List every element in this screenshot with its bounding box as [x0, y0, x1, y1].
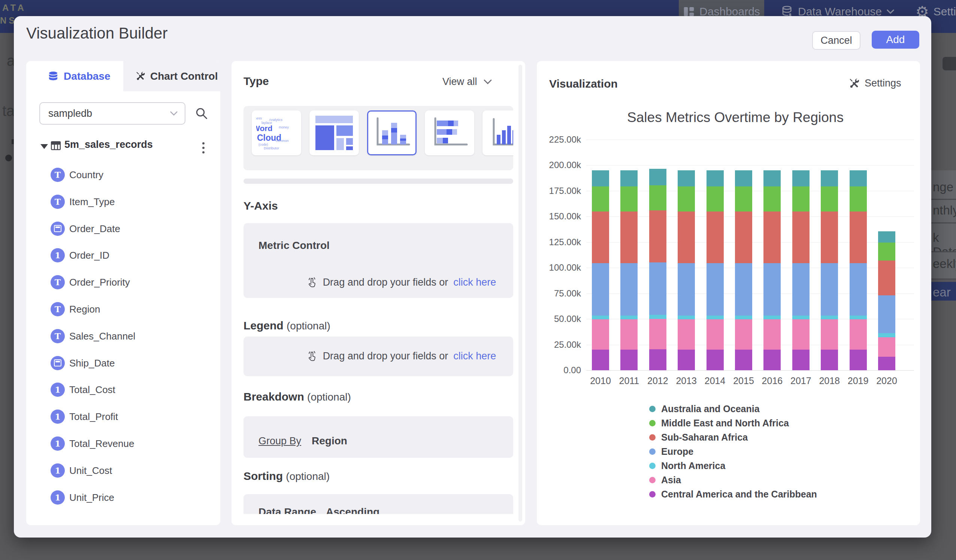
bar-segment [850, 319, 867, 350]
field-item-ship_date[interactable]: Ship_Date [26, 356, 220, 377]
click-here-link[interactable]: click here [453, 277, 496, 288]
x-axis-tick-label: 2017 [786, 375, 816, 386]
logo-line-1: ATA [2, 2, 47, 14]
view-all-button[interactable]: View all [442, 76, 492, 88]
kebab-menu-icon[interactable] [202, 140, 204, 156]
chart-type-wordcloud[interactable]: Word Cloud inessAnalyticslaylacemoney(co… [252, 110, 301, 155]
y-axis-tick-label: 0.00 [537, 365, 581, 375]
number-field-icon: 1 [50, 463, 65, 478]
bar-segment [878, 357, 895, 370]
bar-segment [735, 350, 752, 370]
number-field-icon: 1 [50, 409, 65, 424]
tab-chart-control[interactable]: Chart Control [123, 61, 220, 91]
search-icon[interactable] [195, 107, 208, 120]
chart-config-panel: Type View all Word Cloud inessAnalyticsl… [231, 61, 525, 525]
bar-segment [678, 319, 695, 350]
sorting-config[interactable]: Data Range Ascending [244, 494, 513, 514]
bar-segment [649, 169, 667, 185]
sorting-field: Data Range [258, 506, 316, 514]
legend-item: Europe [649, 446, 693, 457]
field-item-unit_cost[interactable]: 1Unit_Cost [26, 463, 220, 485]
x-axis-tick-label: 2018 [814, 375, 844, 386]
bar-segment [592, 263, 609, 315]
text-field-icon: T [50, 195, 65, 209]
caret-down-icon[interactable] [41, 144, 48, 149]
x-axis-tick-label: 2010 [585, 375, 615, 386]
field-item-region[interactable]: TRegion [26, 302, 220, 323]
x-axis-tick-label: 2020 [872, 375, 902, 386]
bar-segment [678, 350, 695, 370]
bar-segment [821, 187, 838, 212]
bg-row-text: eekly [933, 257, 956, 271]
chart-type-stacked-bar[interactable] [425, 110, 474, 155]
chart-type-stacked-column[interactable] [367, 110, 417, 155]
bar-segment [878, 231, 895, 243]
screen: al ta ngenthlyk Dateeeklyear ATA NSIDER … [0, 0, 956, 560]
text-field-icon: T [50, 275, 65, 289]
cancel-button[interactable]: Cancel [812, 31, 860, 50]
breakdown-config[interactable]: Group By Region [244, 416, 513, 458]
legend-label: Sub-Saharan Africa [661, 432, 748, 443]
viz-settings-button[interactable]: Settings [849, 77, 901, 89]
legend-item: Asia [649, 475, 681, 486]
field-item-sales_channel[interactable]: TSales_Channel [26, 329, 220, 350]
vertical-scrollbar[interactable] [519, 65, 522, 521]
field-item-total_revenue[interactable]: 1Total_Revenue [26, 436, 220, 457]
field-item-total_profit[interactable]: 1Total_Profit [26, 409, 220, 430]
field-label: Country [69, 169, 104, 181]
chevron-down-icon [886, 9, 895, 14]
gridline [586, 165, 914, 165]
field-item-item_type[interactable]: TItem_Type [26, 195, 220, 216]
field-item-total_cost[interactable]: 1Total_Cost [26, 383, 220, 403]
bar-segment [678, 212, 695, 263]
chart-type-strip: Word Cloud inessAnalyticslaylacemoney(co… [244, 106, 513, 170]
add-button[interactable]: Add [872, 31, 919, 49]
number-field-icon: 1 [50, 248, 65, 262]
bar-segment [649, 319, 667, 349]
bar-segment [850, 187, 867, 212]
x-axis-tick-label: 2011 [614, 375, 644, 386]
table-tree-node[interactable]: 5m_sales_records [26, 138, 220, 154]
click-here-link[interactable]: click here [453, 350, 496, 362]
field-item-unit_price[interactable]: 1Unit_Price [26, 490, 220, 511]
x-axis-tick-label: 2019 [843, 375, 873, 386]
legend-label: Australia and Oceania [661, 403, 760, 414]
bar-segment [592, 319, 609, 350]
bar-segment [620, 212, 638, 263]
text-field-icon: T [50, 329, 65, 343]
bar-segment [821, 350, 838, 370]
panel-footer [231, 514, 525, 525]
metric-control-dropzone[interactable]: Metric Control Drag and drop your fields… [244, 223, 513, 298]
tab-database-label: Database [64, 71, 110, 82]
field-item-country[interactable]: TCountry [26, 168, 220, 189]
field-label: Total_Profit [69, 411, 118, 423]
x-axis-tick-label: 2012 [643, 375, 673, 386]
bar-segment [620, 315, 638, 320]
horizontal-scrollbar[interactable] [244, 179, 513, 184]
sorting-header: Sorting (optional) [244, 470, 330, 483]
y-axis-tick-label: 175.00k [537, 186, 581, 196]
legend-dropzone[interactable]: Drag and drop your fields or click here [244, 337, 513, 376]
database-select[interactable]: sampledb [39, 102, 186, 125]
bg-left-text-fragment: ta [2, 103, 15, 119]
field-item-order_date[interactable]: Order_Date [26, 221, 220, 243]
bar-segment [735, 187, 752, 212]
chart-type-column[interactable] [483, 110, 513, 155]
bar-segment [620, 187, 638, 212]
bar-segment [620, 263, 638, 315]
field-item-order_priority[interactable]: TOrder_Priority [26, 275, 220, 296]
bar-segment [792, 187, 810, 212]
chart-type-treemap[interactable] [310, 110, 359, 155]
table-icon [50, 140, 61, 151]
bar-segment [649, 185, 667, 210]
bar-segment [706, 350, 724, 370]
field-item-order_id[interactable]: 1Order_ID [26, 248, 220, 269]
bar-segment [592, 350, 609, 370]
legend-dot [649, 434, 656, 441]
bar-segment [763, 263, 781, 315]
field-label: Order_Date [69, 223, 120, 235]
bar-segment [792, 319, 810, 350]
bar-segment [678, 187, 695, 212]
tab-database[interactable]: Database [26, 61, 123, 91]
group-by-link[interactable]: Group By [258, 435, 301, 447]
